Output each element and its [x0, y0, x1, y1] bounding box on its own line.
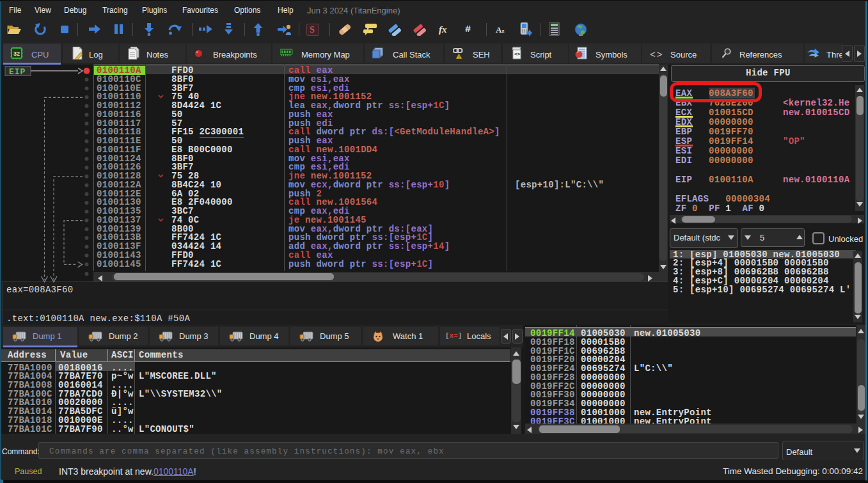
svg-text:32: 32: [13, 51, 20, 57]
svg-text:EIP: EIP: [9, 67, 26, 77]
svg-text:<>: <>: [514, 51, 521, 57]
